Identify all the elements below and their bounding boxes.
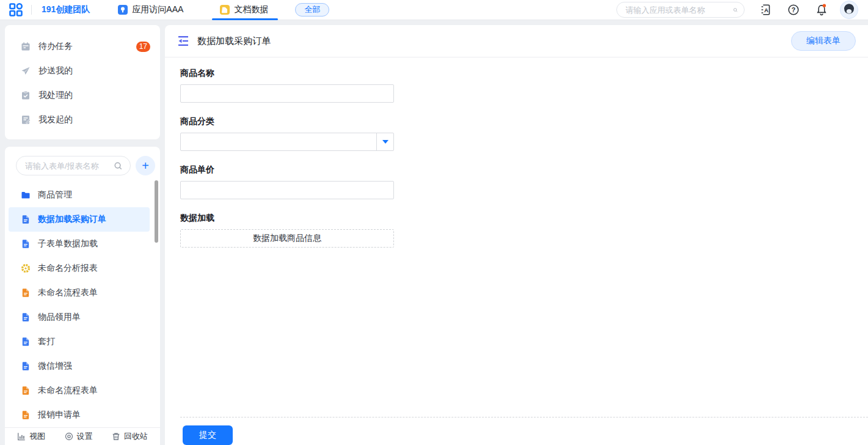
todo-calendar-icon [21,42,31,51]
tree-item-unnamed-flow-form-1[interactable]: 未命名流程表单 [5,281,160,305]
product-name-input[interactable] [180,84,394,103]
field-product-unit-price: 商品单价 [180,164,868,199]
todo-count-badge: 17 [136,42,150,52]
tab-label: 应用访问AAA [132,4,183,15]
topbar-divider [31,5,32,15]
tree-item-wechat-enhance[interactable]: 微信增强 [5,354,160,378]
settings-button[interactable]: 设置 [65,431,93,442]
tree-item-template-print[interactable]: 套打 [5,329,160,354]
sidebar-nav-card: 待办任务 17 抄送我的 我处理的 [5,25,160,139]
product-category-select[interactable] [180,133,394,151]
tree-item-data-load-purchase-order[interactable]: 数据加载采购订单 [9,207,150,232]
footer-label: 设置 [77,431,93,442]
tree-item-unnamed-flow-form-2[interactable]: 未命名流程表单 [5,378,160,403]
main-panel: 数据加载采购订单 编辑表单 商品名称 商品分类 商品单价 [165,25,868,445]
form-doc-icon [21,410,31,420]
tree-item-label: 商品管理 [38,189,72,200]
contacts-icon[interactable]: A [758,2,773,17]
processed-clipboard-icon [21,90,31,100]
chevron-down-icon [382,140,388,144]
field-product-name: 商品名称 [180,68,868,103]
form-doc-icon [21,386,31,395]
page-title: 数据加载采购订单 [197,35,271,47]
form-doc-icon [21,361,31,371]
nav-label: 抄送我的 [38,65,73,76]
yellow-doc-app-icon [220,5,230,15]
report-donut-icon [21,263,31,273]
form-doc-icon [21,288,31,298]
notification-bell-icon[interactable] [814,2,829,17]
app-grid-logo-icon[interactable] [9,2,23,17]
sidebar-footer: 视图 设置 回收站 [5,427,160,445]
tree-item-label: 数据加载采购订单 [38,214,106,225]
avatar[interactable] [840,1,858,19]
form-doc-icon [21,312,31,322]
footer-label: 视图 [29,431,45,442]
views-chart-icon [17,432,26,441]
tree-item-label: 物品领用单 [38,312,81,323]
form-area: 商品名称 商品分类 商品单价 数据加载 数据加载商品信息 [165,57,868,445]
data-load-product-info-button[interactable]: 数据加载商品信息 [180,229,394,248]
all-filter-pill[interactable]: 全部 [295,3,329,17]
tree-item-label: 微信增强 [38,361,72,372]
tree-item-unnamed-analysis-report[interactable]: 未命名分析报表 [5,256,160,281]
form-doc-icon [21,215,31,224]
cc-paper-plane-icon [21,66,31,76]
search-icon [114,161,123,171]
form-search-input[interactable] [25,161,114,171]
tree-item-expense-claim[interactable]: 报销申请单 [5,403,160,427]
tree-item-label: 报销申请单 [38,410,81,421]
team-name-link[interactable]: 191创建团队 [42,4,90,15]
tab-app-access[interactable]: 应用访问AAA [118,0,183,20]
tree-item-label: 套打 [38,336,55,347]
form-doc-icon [21,337,31,347]
global-search-input[interactable] [625,6,733,15]
help-icon[interactable]: ? [786,2,801,17]
sidebar-scrollbar-thumb[interactable] [155,180,158,243]
form-footer: 提交 [180,417,868,445]
page-content: 待办任务 17 抄送我的 我处理的 [0,20,868,445]
collapse-sidebar-icon[interactable] [177,35,189,46]
form-doc-icon [21,239,31,249]
field-label: 商品名称 [180,68,868,79]
sidebar-item-processed-by-me[interactable]: 我处理的 [5,83,160,108]
tree-item-subform-data-load[interactable]: 子表单数据加载 [5,232,160,256]
tree-item-item-requisition[interactable]: 物品领用单 [5,305,160,329]
recycle-bin-button[interactable]: 回收站 [112,431,148,442]
edit-form-button[interactable]: 编辑表单 [791,31,856,51]
svg-text:A: A [764,7,768,13]
tree-item-label: 未命名流程表单 [38,385,98,396]
trash-icon [112,432,120,441]
tree-item-label: 未命名流程表单 [38,287,98,298]
tree-item-label: 子表单数据加载 [38,238,98,249]
form-search[interactable] [16,156,131,175]
select-value [181,133,376,150]
field-label: 商品单价 [180,164,868,175]
views-button[interactable]: 视图 [17,431,45,442]
add-form-button[interactable]: + [136,156,155,175]
select-caret-cell[interactable] [376,133,393,150]
form-tree: 商品管理 数据加载采购订单 [5,183,160,427]
submit-button[interactable]: 提交 [183,425,233,445]
form-search-row: + [5,156,160,175]
initiated-edit-icon [21,115,31,125]
main-header: 数据加载采购订单 编辑表单 [165,25,868,57]
tree-item-label: 未命名分析报表 [38,263,98,274]
product-unit-price-input[interactable] [180,181,394,199]
top-bar: 191创建团队 应用访问AAA 文档数据 全部 [0,0,868,20]
global-search[interactable] [616,2,745,18]
sidebar-item-initiated-by-me[interactable]: 我发起的 [5,108,160,132]
field-label: 商品分类 [180,116,868,127]
sidebar-item-cc-to-me[interactable]: 抄送我的 [5,59,160,83]
footer-label: 回收站 [124,431,148,442]
field-label: 数据加载 [180,213,868,224]
topbar-right: A ? [616,1,858,19]
field-product-category: 商品分类 [180,116,868,151]
settings-icon [65,432,73,441]
tab-document-data[interactable]: 文档数据 [220,0,268,20]
sidebar-item-todo-tasks[interactable]: 待办任务 17 [5,34,160,59]
nav-label: 我发起的 [38,114,73,125]
tree-item-product-management[interactable]: 商品管理 [5,183,160,207]
tab-label: 文档数据 [234,4,268,15]
svg-text:?: ? [792,6,795,13]
